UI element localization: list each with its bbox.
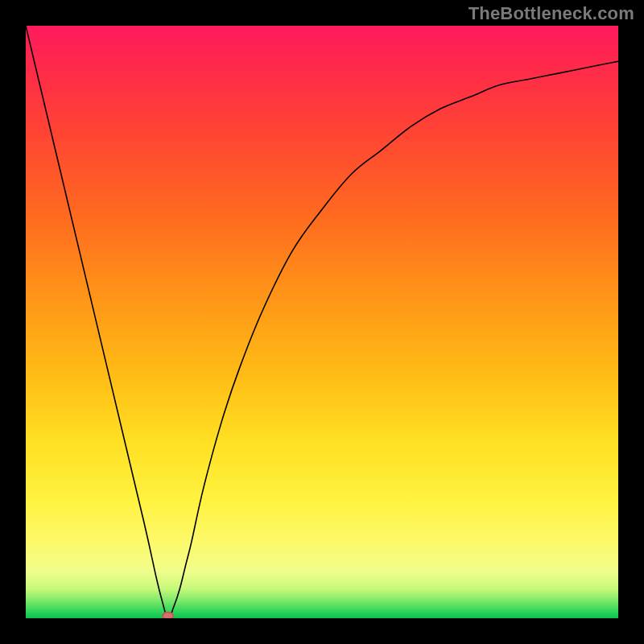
curve-layer	[26, 26, 618, 618]
bottleneck-curve	[26, 26, 618, 618]
plot-area	[26, 26, 618, 618]
chart-frame: TheBottleneck.com	[0, 0, 644, 644]
optimum-point-marker	[163, 613, 173, 618]
watermark-text: TheBottleneck.com	[469, 3, 634, 24]
